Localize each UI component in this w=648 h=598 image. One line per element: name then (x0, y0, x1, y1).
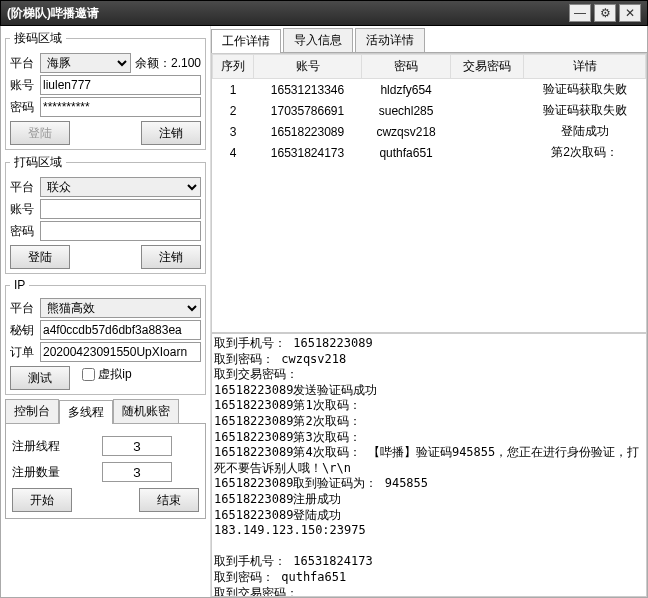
dama-account-label: 账号 (10, 201, 40, 218)
ip-secret-input[interactable] (40, 320, 201, 340)
recv-login-button[interactable]: 登陆 (10, 121, 70, 145)
virtual-ip-checkbox[interactable] (82, 368, 95, 381)
ip-order-label: 订单 (10, 344, 40, 361)
minimize-button[interactable]: — (569, 4, 591, 22)
recv-account-input[interactable] (40, 75, 201, 95)
close-button[interactable]: ✕ (619, 4, 641, 22)
cell-pwd: suechl285 (361, 100, 450, 121)
right-panel: 工作详情 导入信息 活动详情 序列 账号 密码 交易密码 详情 11653121… (211, 26, 647, 597)
cell-acct: 16531213346 (254, 79, 362, 101)
title-bar: (阶梯队)哔播邀请 — ⚙ ✕ (0, 0, 648, 26)
dama-logout-button[interactable]: 注销 (141, 245, 201, 269)
cell-tpwd (451, 121, 524, 142)
settings-button[interactable]: ⚙ (594, 4, 616, 22)
tab-import-info[interactable]: 导入信息 (283, 28, 353, 52)
data-table[interactable]: 序列 账号 密码 交易密码 详情 116531213346hldzfy654验证… (211, 53, 647, 333)
balance: 余额：2.100 (135, 55, 201, 72)
cell-acct: 16531824173 (254, 142, 362, 163)
left-tabs: 控制台 多线程 随机账密 (5, 399, 206, 424)
log-output[interactable]: 取到手机号： 16518223089 取到密码： cwzqsv218 取到交易密… (211, 333, 647, 597)
cell-acct: 17035786691 (254, 100, 362, 121)
recv-account-label: 账号 (10, 77, 40, 94)
col-pwd[interactable]: 密码 (361, 55, 450, 79)
recv-logout-button[interactable]: 注销 (141, 121, 201, 145)
cell-seq: 2 (213, 100, 254, 121)
recv-platform-select[interactable]: 海豚 (40, 53, 131, 73)
cell-detail: 验证码获取失败 (524, 79, 646, 101)
tab-activity-detail[interactable]: 活动详情 (355, 28, 425, 52)
cell-tpwd (451, 100, 524, 121)
cell-tpwd (451, 79, 524, 101)
tab-console[interactable]: 控制台 (5, 399, 59, 423)
receive-legend: 接码区域 (10, 30, 66, 47)
recv-password-label: 密码 (10, 99, 40, 116)
virtual-ip-wrap: 虚拟ip (82, 366, 132, 390)
left-panel: 接码区域 平台 海豚 余额：2.100 账号 密码 登陆 注销 打码区域 平 (1, 26, 211, 597)
ip-order-input[interactable] (40, 342, 201, 362)
recv-platform-label: 平台 (10, 55, 40, 72)
table-row[interactable]: 217035786691suechl285验证码获取失败 (213, 100, 646, 121)
cell-detail: 验证码获取失败 (524, 100, 646, 121)
tab-random-acct[interactable]: 随机账密 (113, 399, 179, 423)
cell-pwd: cwzqsv218 (361, 121, 450, 142)
dama-password-input[interactable] (40, 221, 201, 241)
dama-login-button[interactable]: 登陆 (10, 245, 70, 269)
ip-secret-label: 秘钥 (10, 322, 40, 339)
reg-count-label: 注册数量 (12, 464, 72, 481)
dama-password-label: 密码 (10, 223, 40, 240)
virtual-ip-label: 虚拟ip (98, 367, 131, 381)
dama-platform-select[interactable]: 联众 (40, 177, 201, 197)
ip-group: IP 平台 熊猫高效 秘钥 订单 测试 虚拟ip (5, 278, 206, 395)
ip-platform-label: 平台 (10, 300, 40, 317)
recv-password-input[interactable] (40, 97, 201, 117)
ip-legend: IP (10, 278, 29, 292)
dama-platform-label: 平台 (10, 179, 40, 196)
col-tpwd[interactable]: 交易密码 (451, 55, 524, 79)
col-seq[interactable]: 序列 (213, 55, 254, 79)
tab-work-detail[interactable]: 工作详情 (211, 29, 281, 53)
reg-threads-input[interactable] (102, 436, 172, 456)
col-detail[interactable]: 详情 (524, 55, 646, 79)
tab-multithread[interactable]: 多线程 (59, 400, 113, 424)
start-button[interactable]: 开始 (12, 488, 72, 512)
table-row[interactable]: 416531824173quthfa651第2次取码： (213, 142, 646, 163)
window-title: (阶梯队)哔播邀请 (7, 5, 566, 22)
cell-seq: 4 (213, 142, 254, 163)
cell-acct: 16518223089 (254, 121, 362, 142)
table-row[interactable]: 316518223089cwzqsv218登陆成功 (213, 121, 646, 142)
left-tab-body: 注册线程 注册数量 开始 结束 (5, 424, 206, 519)
col-acct[interactable]: 账号 (254, 55, 362, 79)
table-row[interactable]: 116531213346hldzfy654验证码获取失败 (213, 79, 646, 101)
cell-tpwd (451, 142, 524, 163)
dama-group: 打码区域 平台 联众 账号 密码 登陆 注销 (5, 154, 206, 274)
reg-count-input[interactable] (102, 462, 172, 482)
cell-pwd: quthfa651 (361, 142, 450, 163)
ip-platform-select[interactable]: 熊猫高效 (40, 298, 201, 318)
end-button[interactable]: 结束 (139, 488, 199, 512)
ip-test-button[interactable]: 测试 (10, 366, 70, 390)
receive-group: 接码区域 平台 海豚 余额：2.100 账号 密码 登陆 注销 (5, 30, 206, 150)
dama-legend: 打码区域 (10, 154, 66, 171)
dama-account-input[interactable] (40, 199, 201, 219)
cell-seq: 3 (213, 121, 254, 142)
cell-seq: 1 (213, 79, 254, 101)
reg-threads-label: 注册线程 (12, 438, 72, 455)
right-tabs: 工作详情 导入信息 活动详情 (211, 28, 647, 53)
cell-detail: 登陆成功 (524, 121, 646, 142)
cell-detail: 第2次取码： (524, 142, 646, 163)
cell-pwd: hldzfy654 (361, 79, 450, 101)
